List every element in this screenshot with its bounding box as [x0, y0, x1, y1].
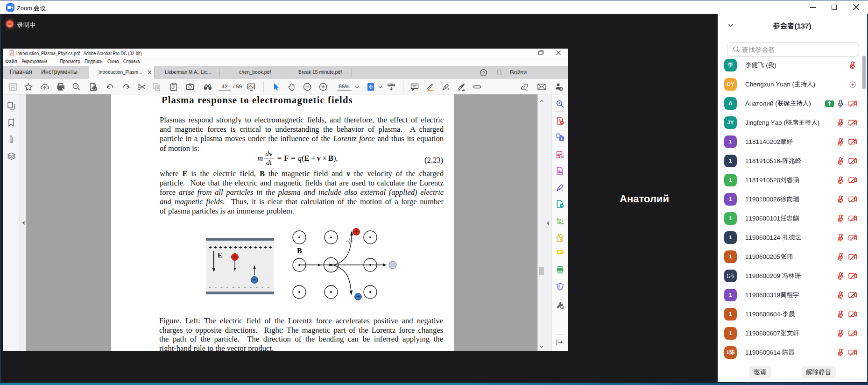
svg-text:B: B [297, 247, 302, 255]
svg-text:?: ? [482, 70, 485, 75]
svg-text:E: E [218, 251, 222, 259]
